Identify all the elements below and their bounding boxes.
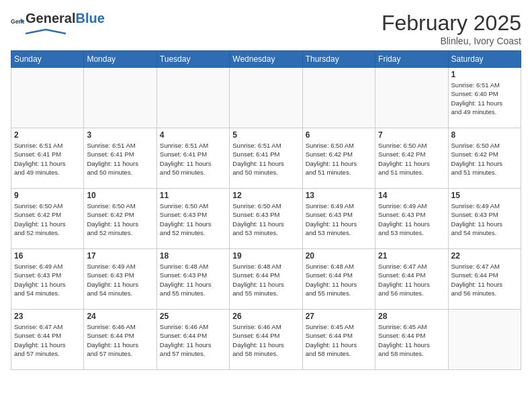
day-number: 6: [306, 130, 372, 140]
calendar-cell: 19Sunrise: 6:48 AM Sunset: 6:44 PM Dayli…: [230, 249, 302, 310]
day-number: 1: [451, 70, 518, 79]
calendar-cell: 22Sunrise: 6:47 AM Sunset: 6:44 PM Dayli…: [448, 249, 521, 310]
calendar-header-row: SundayMondayTuesdayWednesdayThursdayFrid…: [11, 51, 521, 68]
day-info: Sunrise: 6:51 AM Sunset: 6:41 PM Dayligh…: [14, 141, 81, 177]
logo-general: General: [26, 11, 75, 26]
day-info: Sunrise: 6:46 AM Sunset: 6:44 PM Dayligh…: [232, 322, 299, 358]
calendar-cell: 20Sunrise: 6:48 AM Sunset: 6:44 PM Dayli…: [302, 249, 375, 310]
day-info: Sunrise: 6:47 AM Sunset: 6:44 PM Dayligh…: [14, 322, 81, 358]
day-info: Sunrise: 6:46 AM Sunset: 6:44 PM Dayligh…: [87, 322, 153, 358]
calendar-week-row: 23Sunrise: 6:47 AM Sunset: 6:44 PM Dayli…: [11, 310, 521, 370]
calendar-cell: [84, 68, 157, 128]
calendar-cell: 1Sunrise: 6:51 AM Sunset: 6:40 PM Daylig…: [448, 68, 521, 128]
day-number: 9: [14, 191, 81, 200]
calendar-cell: [302, 68, 375, 128]
calendar-cell: 18Sunrise: 6:48 AM Sunset: 6:43 PM Dayli…: [157, 249, 229, 310]
logo-blue: Blue: [75, 11, 104, 26]
day-number: 21: [378, 251, 445, 261]
calendar-week-row: 16Sunrise: 6:49 AM Sunset: 6:43 PM Dayli…: [11, 249, 521, 310]
calendar-day-header: Sunday: [11, 51, 84, 68]
page-header: General GeneralBlue February 2025 Blinle…: [11, 11, 521, 46]
location-subtitle: Blinleu, Ivory Coast: [382, 36, 521, 46]
calendar-cell: 14Sunrise: 6:49 AM Sunset: 6:43 PM Dayli…: [375, 189, 448, 249]
day-number: 3: [87, 130, 153, 140]
day-number: 27: [306, 312, 372, 321]
calendar-cell: [375, 68, 448, 128]
day-number: 20: [306, 251, 372, 261]
day-info: Sunrise: 6:46 AM Sunset: 6:44 PM Dayligh…: [160, 322, 226, 358]
day-number: 13: [306, 191, 372, 200]
day-info: Sunrise: 6:49 AM Sunset: 6:43 PM Dayligh…: [87, 262, 153, 298]
day-info: Sunrise: 6:48 AM Sunset: 6:44 PM Dayligh…: [232, 262, 299, 298]
calendar-cell: [230, 68, 302, 128]
calendar-week-row: 1Sunrise: 6:51 AM Sunset: 6:40 PM Daylig…: [11, 68, 521, 128]
calendar-cell: 7Sunrise: 6:50 AM Sunset: 6:42 PM Daylig…: [375, 128, 448, 189]
day-info: Sunrise: 6:51 AM Sunset: 6:41 PM Dayligh…: [160, 141, 226, 177]
day-number: 7: [378, 130, 445, 140]
calendar-cell: 4Sunrise: 6:51 AM Sunset: 6:41 PM Daylig…: [157, 128, 229, 189]
calendar-cell: 23Sunrise: 6:47 AM Sunset: 6:44 PM Dayli…: [11, 310, 84, 370]
day-info: Sunrise: 6:49 AM Sunset: 6:43 PM Dayligh…: [451, 201, 518, 237]
day-info: Sunrise: 6:51 AM Sunset: 6:40 PM Dayligh…: [451, 81, 518, 116]
calendar-cell: 13Sunrise: 6:49 AM Sunset: 6:43 PM Dayli…: [302, 189, 375, 249]
day-number: 14: [378, 191, 445, 200]
calendar-cell: 5Sunrise: 6:51 AM Sunset: 6:41 PM Daylig…: [230, 128, 302, 189]
day-info: Sunrise: 6:49 AM Sunset: 6:43 PM Dayligh…: [306, 201, 372, 237]
logo: General GeneralBlue: [11, 11, 105, 38]
calendar-day-header: Saturday: [448, 51, 521, 68]
day-info: Sunrise: 6:51 AM Sunset: 6:41 PM Dayligh…: [232, 141, 299, 177]
day-info: Sunrise: 6:47 AM Sunset: 6:44 PM Dayligh…: [378, 262, 445, 298]
calendar-cell: [157, 68, 229, 128]
day-number: 17: [87, 251, 153, 261]
day-number: 23: [14, 312, 81, 321]
day-number: 24: [87, 312, 153, 321]
logo-chevron-icon: [26, 28, 66, 35]
title-block: February 2025 Blinleu, Ivory Coast: [382, 11, 521, 46]
day-number: 15: [451, 191, 518, 200]
calendar-cell: 11Sunrise: 6:50 AM Sunset: 6:43 PM Dayli…: [157, 189, 229, 249]
day-info: Sunrise: 6:48 AM Sunset: 6:44 PM Dayligh…: [306, 262, 372, 298]
day-number: 12: [232, 191, 299, 200]
day-info: Sunrise: 6:50 AM Sunset: 6:42 PM Dayligh…: [451, 141, 518, 177]
day-number: 11: [160, 191, 226, 200]
calendar-cell: 25Sunrise: 6:46 AM Sunset: 6:44 PM Dayli…: [157, 310, 229, 370]
calendar-cell: 27Sunrise: 6:45 AM Sunset: 6:44 PM Dayli…: [302, 310, 375, 370]
calendar-cell: 3Sunrise: 6:51 AM Sunset: 6:41 PM Daylig…: [84, 128, 157, 189]
calendar-cell: 17Sunrise: 6:49 AM Sunset: 6:43 PM Dayli…: [84, 249, 157, 310]
month-year-title: February 2025: [382, 11, 521, 36]
day-info: Sunrise: 6:45 AM Sunset: 6:44 PM Dayligh…: [306, 322, 372, 358]
day-number: 5: [232, 130, 299, 140]
calendar-day-header: Friday: [375, 51, 448, 68]
day-number: 4: [160, 130, 226, 140]
calendar-cell: 28Sunrise: 6:45 AM Sunset: 6:44 PM Dayli…: [375, 310, 448, 370]
day-number: 16: [14, 251, 81, 261]
day-info: Sunrise: 6:47 AM Sunset: 6:44 PM Dayligh…: [451, 262, 518, 298]
calendar-day-header: Wednesday: [230, 51, 302, 68]
day-number: 19: [232, 251, 299, 261]
calendar-cell: 8Sunrise: 6:50 AM Sunset: 6:42 PM Daylig…: [448, 128, 521, 189]
day-info: Sunrise: 6:49 AM Sunset: 6:43 PM Dayligh…: [14, 262, 81, 298]
calendar-cell: 21Sunrise: 6:47 AM Sunset: 6:44 PM Dayli…: [375, 249, 448, 310]
day-number: 8: [451, 130, 518, 140]
calendar-cell: 9Sunrise: 6:50 AM Sunset: 6:42 PM Daylig…: [11, 189, 84, 249]
calendar-cell: 12Sunrise: 6:50 AM Sunset: 6:43 PM Dayli…: [230, 189, 302, 249]
day-info: Sunrise: 6:50 AM Sunset: 6:43 PM Dayligh…: [232, 201, 299, 237]
day-info: Sunrise: 6:48 AM Sunset: 6:43 PM Dayligh…: [160, 262, 226, 298]
day-number: 10: [87, 191, 153, 200]
day-info: Sunrise: 6:50 AM Sunset: 6:43 PM Dayligh…: [160, 201, 226, 237]
day-number: 18: [160, 251, 226, 261]
calendar-week-row: 2Sunrise: 6:51 AM Sunset: 6:41 PM Daylig…: [11, 128, 521, 189]
day-info: Sunrise: 6:50 AM Sunset: 6:42 PM Dayligh…: [87, 201, 153, 237]
calendar-cell: 10Sunrise: 6:50 AM Sunset: 6:42 PM Dayli…: [84, 189, 157, 249]
day-info: Sunrise: 6:50 AM Sunset: 6:42 PM Dayligh…: [378, 141, 445, 177]
day-number: 28: [378, 312, 445, 321]
calendar-day-header: Tuesday: [157, 51, 229, 68]
calendar-cell: 26Sunrise: 6:46 AM Sunset: 6:44 PM Dayli…: [230, 310, 302, 370]
calendar-cell: 15Sunrise: 6:49 AM Sunset: 6:43 PM Dayli…: [448, 189, 521, 249]
calendar-cell: [11, 68, 84, 128]
day-info: Sunrise: 6:50 AM Sunset: 6:42 PM Dayligh…: [14, 201, 81, 237]
calendar-cell: 2Sunrise: 6:51 AM Sunset: 6:41 PM Daylig…: [11, 128, 84, 189]
calendar-cell: 6Sunrise: 6:50 AM Sunset: 6:42 PM Daylig…: [302, 128, 375, 189]
day-info: Sunrise: 6:50 AM Sunset: 6:42 PM Dayligh…: [306, 141, 372, 177]
day-number: 26: [232, 312, 299, 321]
